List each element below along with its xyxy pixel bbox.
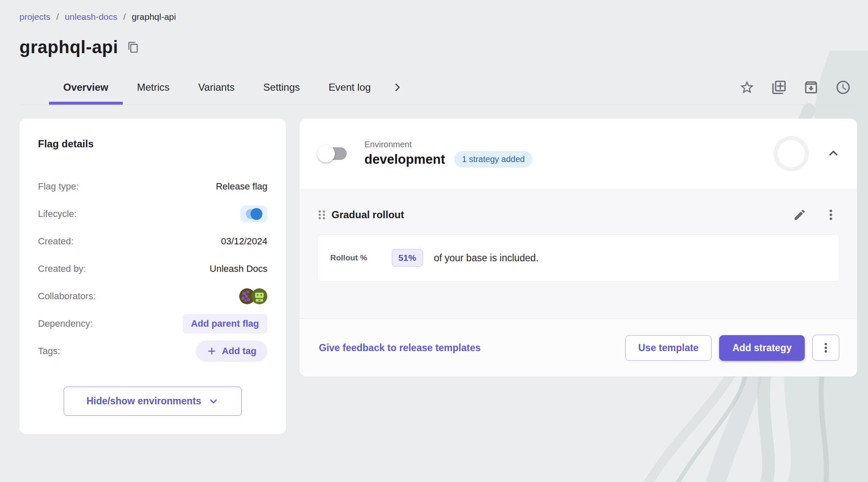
collapse-chevron-up-icon[interactable] [824,144,843,163]
use-template-button[interactable]: Use template [625,335,712,361]
breadcrumb-separator: / [57,12,59,22]
footer-actions: Use template Add strategy [625,335,839,361]
favorite-star-icon[interactable] [737,78,757,97]
add-parent-flag-button[interactable]: Add parent flag [183,314,267,333]
drag-handle-icon[interactable] [317,209,326,221]
breadcrumb-separator: / [123,12,126,22]
copy-flag-icon[interactable] [769,78,789,97]
toggle-knob [317,145,335,162]
plus-icon [207,346,217,356]
tab-overview[interactable]: Overview [49,70,123,105]
add-tag-label: Add tag [222,346,256,357]
created-by-label: Created by: [38,263,86,274]
environment-name-row: development 1 strategy added [364,151,532,168]
environment-strategies: Gradual rollout Rollout % 51% [299,189,857,319]
title-row: graphql-api [19,37,857,57]
dependency-label: Dependency: [38,318,93,329]
flag-overview-page: projects / unleash-docs / graphql-api gr… [0,0,868,482]
history-clock-icon[interactable] [833,78,853,97]
flag-type-row: Flag type: Release flag [38,173,267,200]
lifecycle-stage-icon[interactable] [240,206,267,222]
tab-settings[interactable]: Settings [249,70,314,105]
tags-label: Tags: [38,346,60,357]
environment-label: Environment [364,140,532,149]
flag-details-heading: Flag details [38,138,267,150]
created-label: Created: [38,236,73,247]
tabs: Overview Metrics Variants Settings Event… [49,70,410,105]
collaborators-label: Collaborators: [38,291,96,302]
add-tag-button[interactable]: Add tag [196,341,267,362]
tab-bar: Overview Metrics Variants Settings Event… [19,70,857,105]
created-by-row: Created by: Unleash Docs [38,255,267,282]
flag-details-rows: Flag type: Release flag Lifecycle: Creat… [38,173,267,365]
created-value: 03/12/2024 [221,236,267,247]
environment-card: Environment development 1 strategy added [299,119,857,376]
rollout-summary-card: Rollout % 51% of your base is included. [317,234,839,282]
flag-details-card: Flag details Flag type: Release flag Lif… [19,119,286,434]
lifecycle-dot-front [251,208,262,220]
archive-flag-icon[interactable] [801,78,821,97]
flag-type-value: Release flag [216,181,267,192]
tab-metrics[interactable]: Metrics [123,70,184,105]
strategy-count-badge: 1 strategy added [454,151,532,168]
environment-kebab-menu-icon[interactable] [812,335,839,361]
hide-show-environments-button[interactable]: Hide/show environments [64,387,242,416]
flag-type-label: Flag type: [38,181,79,192]
environment-usage-donut [774,136,809,171]
environment-footer: Give feedback to release templates Use t… [299,319,857,376]
rollout-percentage-chip: 51% [392,249,423,267]
environment-toggle[interactable] [320,147,347,160]
strategy-header: Gradual rollout [317,206,839,223]
environment-header: Environment development 1 strategy added [299,119,857,189]
breadcrumb-project-name[interactable]: unleash-docs [65,12,117,22]
tab-overview-label: Overview [63,81,108,93]
lifecycle-row: Lifecycle: [38,200,267,227]
created-row: Created: 03/12/2024 [38,227,267,255]
active-tab-underline [49,102,123,105]
breadcrumb-projects[interactable]: projects [19,12,51,22]
overview-columns: Flag details Flag type: Release flag Lif… [19,119,857,434]
edit-strategy-pencil-icon[interactable] [791,206,808,223]
tabs-overflow-chevron-icon[interactable] [385,70,410,105]
page-title: graphql-api [19,37,118,57]
collaborators-row: Collaborators: [38,282,267,310]
release-templates-feedback-link[interactable]: Give feedback to release templates [319,342,481,354]
tab-variants[interactable]: Variants [184,70,249,105]
flag-action-icons [737,78,853,97]
main-content: projects / unleash-docs / graphql-api gr… [0,0,868,434]
tags-row: Tags: Add tag [38,337,267,365]
rollout-label: Rollout % [330,253,367,263]
environment-name: development [364,152,445,167]
copy-name-icon[interactable] [126,40,141,55]
created-by-value: Unleash Docs [210,263,267,274]
collaborator-avatar [251,288,267,304]
chevron-down-icon [208,396,219,407]
environment-title-block: Environment development 1 strategy added [364,140,532,168]
tab-event-log[interactable]: Event log [314,70,385,105]
lifecycle-label: Lifecycle: [38,209,77,219]
add-strategy-button[interactable]: Add strategy [719,335,805,361]
strategy-actions [791,206,839,223]
collaborator-avatars [239,288,267,304]
breadcrumb: projects / unleash-docs / graphql-api [19,12,857,22]
strategy-kebab-menu-icon[interactable] [822,206,839,223]
breadcrumb-current-flag: graphql-api [132,12,176,22]
strategy-name: Gradual rollout [332,209,404,221]
rollout-description: of your base is included. [434,252,539,264]
dependency-row: Dependency: Add parent flag [38,310,267,337]
hide-show-environments-label: Hide/show environments [86,395,201,407]
